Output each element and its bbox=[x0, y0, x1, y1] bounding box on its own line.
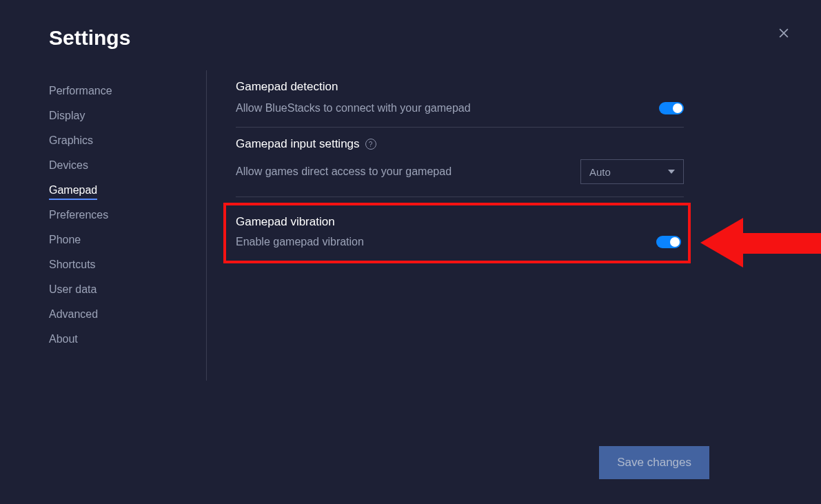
settings-content: Gamepad detection Allow BlueStacks to co… bbox=[207, 70, 821, 381]
sidebar-item-performance[interactable]: Performance bbox=[49, 79, 206, 103]
sidebar-item-about[interactable]: About bbox=[49, 327, 206, 352]
section-title: Gamepad vibration bbox=[236, 215, 681, 229]
setting-label: Enable gamepad vibration bbox=[236, 236, 364, 248]
chevron-down-icon bbox=[668, 170, 675, 174]
sidebar-item-label: Graphics bbox=[49, 134, 93, 146]
select-value: Auto bbox=[589, 166, 611, 178]
setting-label: Allow BlueStacks to connect with your ga… bbox=[236, 102, 471, 114]
sidebar-item-display[interactable]: Display bbox=[49, 103, 206, 128]
sidebar-item-user-data[interactable]: User data bbox=[49, 277, 206, 302]
save-changes-button[interactable]: Save changes bbox=[599, 446, 709, 479]
sidebar-item-label: User data bbox=[49, 283, 97, 295]
gamepad-detection-toggle[interactable] bbox=[659, 102, 684, 114]
sidebar-item-label: About bbox=[49, 333, 78, 345]
gamepad-input-select[interactable]: Auto bbox=[580, 159, 684, 184]
page-title: Settings bbox=[49, 26, 821, 50]
gamepad-input-section: Gamepad input settings ? Allow games dir… bbox=[236, 128, 684, 197]
section-title: Gamepad detection bbox=[236, 80, 684, 94]
sidebar-item-advanced[interactable]: Advanced bbox=[49, 302, 206, 327]
gamepad-detection-section: Gamepad detection Allow BlueStacks to co… bbox=[236, 70, 684, 128]
close-button[interactable] bbox=[777, 26, 791, 40]
gamepad-vibration-toggle[interactable] bbox=[656, 236, 681, 248]
sidebar-item-graphics[interactable]: Graphics bbox=[49, 128, 206, 153]
close-icon bbox=[777, 26, 791, 40]
gamepad-vibration-section: Gamepad vibration Enable gamepad vibrati… bbox=[223, 203, 691, 263]
sidebar-item-label: Performance bbox=[49, 85, 112, 97]
sidebar-item-label: Advanced bbox=[49, 308, 98, 320]
sidebar-item-phone[interactable]: Phone bbox=[49, 228, 206, 252]
section-title: Gamepad input settings bbox=[236, 137, 360, 151]
sidebar-item-label: Devices bbox=[49, 159, 88, 171]
sidebar-item-label: Gamepad bbox=[49, 184, 97, 200]
sidebar-item-label: Shortcuts bbox=[49, 259, 96, 270]
sidebar-item-preferences[interactable]: Preferences bbox=[49, 203, 206, 228]
sidebar-item-label: Display bbox=[49, 110, 85, 121]
sidebar-item-gamepad[interactable]: Gamepad bbox=[49, 178, 206, 203]
sidebar-item-shortcuts[interactable]: Shortcuts bbox=[49, 252, 206, 277]
setting-label: Allow games direct access to your gamepa… bbox=[236, 165, 452, 178]
sidebar-item-devices[interactable]: Devices bbox=[49, 153, 206, 178]
settings-sidebar: Performance Display Graphics Devices Gam… bbox=[0, 70, 207, 381]
sidebar-item-label: Phone bbox=[49, 234, 81, 245]
sidebar-item-label: Preferences bbox=[49, 209, 108, 221]
help-icon[interactable]: ? bbox=[365, 139, 376, 150]
